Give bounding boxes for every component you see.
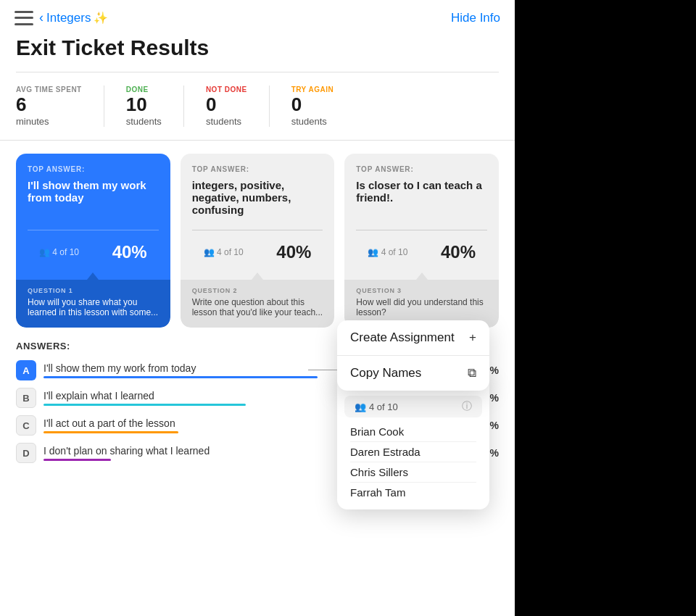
card-question-3[interactable]: TOP ANSWER: Is closer to I can teach a f…	[344, 154, 499, 328]
card-percent-3: 40%	[441, 242, 476, 262]
stat-value-done: 10	[126, 93, 162, 116]
page-title: Exit Ticket Results	[0, 33, 515, 72]
card-question-area-2: QUESTION 2 Write one question about this…	[181, 280, 335, 328]
stat-sub-try-again: students	[291, 116, 334, 127]
card-top-label-3: TOP ANSWER:	[356, 165, 487, 173]
stat-done: DONE 10 students	[126, 86, 184, 127]
stat-sub-avg: minutes	[16, 116, 82, 127]
stat-sub-done: students	[126, 116, 162, 127]
stat-label-try-again: TRY AGAIN	[291, 86, 334, 93]
card-people-3: 👥 4 of 10	[368, 247, 407, 257]
q-label-3: QUESTION 3	[356, 287, 487, 294]
q-text-1: How will you share what you learned in t…	[28, 297, 159, 317]
students-dropdown: STUDENTS: 👥 4 of 10 ⓘ Brian Cook Daren E…	[337, 375, 489, 509]
card-answer-3: Is closer to I can teach a friend!.	[356, 179, 487, 224]
answer-letter-d: D	[16, 443, 36, 463]
stat-avg-time: AVG TIME SPENT 6 minutes	[16, 86, 104, 127]
stat-sub-not-done: students	[206, 116, 247, 127]
answer-letter-b: B	[16, 388, 36, 408]
stat-not-done: NOT DONE 0 students	[206, 86, 270, 127]
answer-bar-c	[44, 431, 178, 433]
stat-value-not-done: 0	[206, 93, 247, 116]
dropdown-popup: Create Assignment + Copy Names ⧉	[337, 320, 489, 391]
students-count: 👥 4 of 10	[355, 401, 398, 412]
answer-letter-c: C	[16, 415, 36, 436]
q-text-2: Write one question about this lesson tha…	[192, 297, 323, 317]
answer-bar-d	[44, 459, 111, 461]
stat-try-again: TRY AGAIN 0 students	[291, 86, 356, 127]
copy-names-label: Copy Names	[350, 366, 421, 380]
sparkle-icon: ✨	[94, 11, 108, 25]
student-4: Farrah Tam	[350, 483, 476, 502]
card-people-2: 👥 4 of 10	[204, 247, 244, 257]
answer-bar-b	[44, 404, 246, 406]
copy-names-button[interactable]: Copy Names ⧉	[337, 356, 489, 391]
card-top-label-1: TOP ANSWER:	[28, 165, 159, 173]
q-label-2: QUESTION 2	[192, 287, 323, 294]
stat-value-avg: 6	[16, 93, 82, 116]
student-2: Daren Estrada	[350, 442, 476, 462]
back-button[interactable]: ‹ Integers ✨	[39, 10, 108, 25]
stats-row: AVG TIME SPENT 6 minutes DONE 10 student…	[0, 72, 515, 141]
card-question-1[interactable]: TOP ANSWER: I'll show them my work from …	[16, 154, 170, 328]
cards-row: TOP ANSWER: I'll show them my work from …	[0, 141, 515, 328]
top-nav: ‹ Integers ✨ Hide Info	[0, 0, 515, 33]
student-1: Brian Cook	[350, 422, 476, 442]
sidebar-toggle-button[interactable]	[14, 11, 33, 25]
stat-label-avg: AVG TIME SPENT	[16, 86, 82, 93]
card-people-1: 👥 4 of 10	[39, 247, 79, 257]
back-chevron-icon: ‹	[39, 10, 44, 25]
answer-letter-a: A	[16, 360, 36, 380]
card-percent-1: 40%	[112, 242, 147, 262]
card-question-area-1: QUESTION 1 How will you share what you l…	[16, 280, 170, 328]
copy-icon: ⧉	[468, 366, 476, 380]
card-percent-2: 40%	[276, 242, 311, 262]
q-text-3: How well did you understand this lesson?	[356, 297, 487, 317]
students-count-row: 👥 4 of 10 ⓘ	[344, 396, 482, 417]
card-question-2[interactable]: TOP ANSWER: integers, positive, negative…	[181, 154, 335, 328]
info-icon: ⓘ	[462, 400, 472, 413]
create-assignment-label: Create Assignment	[350, 330, 455, 345]
card-top-label-2: TOP ANSWER:	[192, 165, 323, 173]
card-answer-2: integers, positive, negative, numbers, c…	[192, 179, 323, 224]
card-answer-1: I'll show them my work from today	[28, 179, 159, 224]
stat-label-not-done: NOT DONE	[206, 86, 247, 93]
stat-label-done: DONE	[126, 86, 162, 93]
breadcrumb: Integers	[46, 11, 91, 25]
students-list: Brian Cook Daren Estrada Chris Sillers F…	[337, 417, 489, 502]
q-label-1: QUESTION 1	[28, 287, 159, 294]
stat-value-try-again: 0	[291, 93, 334, 116]
student-3: Chris Sillers	[350, 462, 476, 483]
answer-bar-a	[44, 376, 318, 378]
create-assignment-button[interactable]: Create Assignment +	[337, 320, 489, 356]
hide-info-button[interactable]: Hide Info	[451, 11, 500, 25]
popup-connector-line	[308, 370, 337, 370]
plus-icon: +	[469, 330, 476, 345]
